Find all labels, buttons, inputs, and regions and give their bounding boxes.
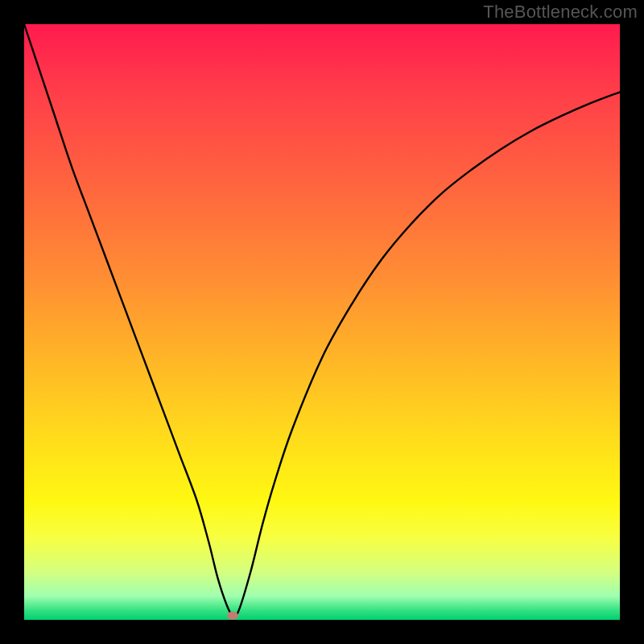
plot-area (24, 24, 620, 620)
watermark-text: TheBottleneck.com (483, 2, 638, 23)
chart-frame: TheBottleneck.com (0, 0, 644, 644)
minimum-marker (227, 612, 238, 620)
curve-layer (24, 24, 620, 620)
bottleneck-curve (24, 24, 620, 617)
